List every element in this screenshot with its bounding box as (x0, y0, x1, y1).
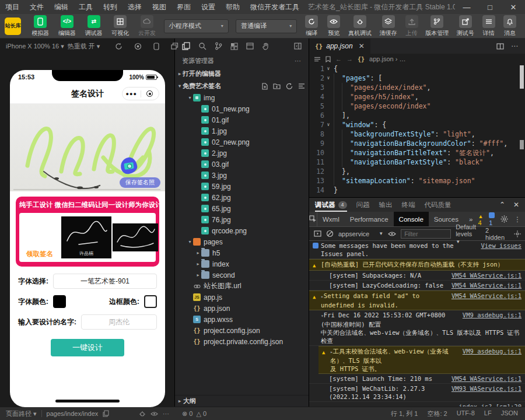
close-tab-icon[interactable]: ✕ (359, 42, 365, 50)
collapse-panel-icon[interactable]: ⌃ (499, 201, 505, 209)
source-link[interactable]: VM9 asdebug.js:1 (463, 347, 522, 355)
font-select-input[interactable] (53, 274, 157, 289)
console-row-warn[interactable]: ▲VM54 WAService.js:1▸Setting data field … (309, 290, 525, 310)
devtools-menu-icon[interactable]: ⋮ (514, 215, 521, 223)
console-filter-input[interactable] (401, 229, 451, 239)
console-row-warn[interactable]: ▲[自动热重载] 已开启代码文件保存后自动热重载（不支持 json） (309, 259, 525, 271)
tab-terminal[interactable]: 终端 (402, 201, 415, 209)
menu-选择[interactable]: 选择 (123, 2, 147, 12)
breadcrumb[interactable]: app.json › … (369, 55, 405, 62)
error-count[interactable]: ⊗ 0 (182, 410, 192, 418)
console-log[interactable]: View issuesSome messages have been moved… (309, 241, 525, 407)
menu-微信开发者工具[interactable]: 微信开发者工具 (245, 2, 304, 12)
new-file-icon[interactable] (261, 83, 268, 90)
tree-item-59.jpg[interactable]: 59.jpg (175, 181, 309, 192)
page-path-select[interactable]: 页面路径 ▾ (6, 410, 37, 418)
console-row-sys[interactable]: VM93 WAService.js:1[system] WeChatLib: 2… (309, 384, 525, 402)
devtools-tab-console[interactable]: Console (394, 212, 429, 226)
device-select[interactable]: iPhone X 100% 16 ▾ (6, 43, 64, 50)
menu-文件[interactable]: 文件 (24, 2, 49, 12)
sim-multiwindow-icon[interactable] (171, 43, 178, 50)
save-signature-button[interactable]: 保存签名照 (120, 177, 160, 188)
source-link[interactable]: VM93 WAService.js:1 (452, 384, 522, 393)
menu-工具[interactable]: 工具 (74, 2, 98, 12)
menu-编辑[interactable]: 编辑 (49, 2, 74, 12)
preview-button[interactable]: 预览 (323, 15, 344, 37)
tree-item-03.gif[interactable]: 03.gif (175, 159, 309, 170)
exit-miniprogram-icon[interactable] (141, 90, 159, 97)
console-sidebar-icon[interactable] (314, 230, 321, 237)
tree-item-站长图库.url[interactable]: 站长图库.url (175, 281, 309, 292)
console-row-info[interactable]: View issuesSome messages have been moved… (309, 241, 525, 259)
source-control-icon[interactable] (215, 42, 222, 50)
tree-item-pages[interactable]: ▾pages (175, 236, 309, 247)
source-link[interactable]: VM54 WAService.js:1 (452, 374, 522, 383)
fold-icon[interactable]: ∨ (324, 120, 332, 130)
tree-item-3.jpg[interactable]: 3.jpg (175, 170, 309, 181)
tree-item-01_new.png[interactable]: 01_new.png (175, 103, 309, 114)
collapse-folders-icon[interactable] (298, 83, 305, 89)
expand-icon[interactable]: ▾ (321, 312, 324, 318)
tree-item-app.wxss[interactable]: Sapp.wxss (175, 314, 309, 325)
tree-item-65.jpg[interactable]: 65.jpg (175, 203, 309, 214)
indent-setting[interactable]: 空格: 2 (427, 410, 447, 418)
menu-转到[interactable]: 转到 (98, 2, 123, 12)
expand-icon[interactable]: ▸ (330, 348, 333, 355)
inspect-element-icon[interactable] (309, 212, 317, 226)
maximize-button[interactable]: □ (478, 0, 502, 14)
hand-icon[interactable] (262, 43, 270, 50)
source-link[interactable]: View issues (481, 242, 522, 250)
compile-mode-select[interactable]: 普通编译▾ (236, 19, 297, 33)
expand-icon[interactable]: ▸ (321, 293, 324, 299)
refresh-explorer-icon[interactable] (286, 83, 293, 90)
border-color-swatch[interactable] (144, 295, 157, 308)
debugger-button[interactable]: ⇄ 调试器 (81, 15, 107, 37)
outline-toggle-icon[interactable] (314, 57, 321, 62)
copy-path-icon[interactable] (103, 410, 109, 417)
tab-debugger[interactable]: 调试器 4 (315, 198, 347, 212)
sb-bug-icon[interactable] (139, 410, 146, 417)
project-section[interactable]: ▾ 免费艺术签名 (175, 80, 309, 92)
details-button[interactable]: 详情 (479, 15, 499, 37)
encoding[interactable]: UTF-8 (457, 410, 475, 418)
sim-refresh-icon[interactable] (115, 43, 123, 50)
source-link[interactable]: index.js? [sm]:20 (459, 402, 522, 407)
tree-item-2.jpg[interactable]: 2.jpg (175, 148, 309, 159)
source-link[interactable]: VM54 WAService.js:1 (452, 271, 522, 279)
console-settings-icon[interactable] (514, 230, 521, 237)
promo-banner[interactable]: 纯手工设计 微信扫二维码让同一设计师为你设计 许品楠 领取签名 (16, 197, 159, 267)
get-signature-link[interactable]: 领取签名 (26, 250, 53, 258)
device-debug-button[interactable]: 真机调试 (345, 15, 374, 37)
explorer-more-icon[interactable]: ⋯ (295, 57, 302, 65)
tree-item-app.json[interactable]: {}app.json (175, 303, 309, 314)
tree-item-qrcode.png[interactable]: qrcode.png (175, 225, 309, 236)
sim-record-icon[interactable] (134, 43, 142, 50)
tree-item-second[interactable]: ▸second (175, 270, 309, 281)
tree-item-02_new.png[interactable]: 02_new.png (175, 136, 309, 148)
design-button[interactable]: 一键设计 (51, 339, 124, 356)
messages-button[interactable]: 消息 (500, 15, 520, 37)
context-select[interactable]: appservice▼ (338, 230, 383, 237)
files-icon[interactable] (182, 42, 190, 50)
warning-count-status[interactable]: △ 0 (196, 410, 206, 418)
close-button[interactable]: ✕ (502, 0, 525, 14)
outline-section[interactable]: ▸ 大纲 (175, 395, 309, 407)
menu-帮助[interactable]: 帮助 (220, 2, 245, 12)
tree-item-app.js[interactable]: JSapp.js (175, 292, 309, 303)
tree-item-img[interactable]: ▾img (175, 92, 309, 103)
console-row-sys[interactable]: VM54 WAService.js:1[system] Launch Time:… (309, 374, 525, 384)
language-mode[interactable]: JSON (501, 410, 518, 418)
window-icon[interactable] (246, 43, 254, 50)
source-link[interactable]: VM9 asdebug.js:1 (463, 311, 522, 319)
sb-more-icon[interactable]: ⋯ (163, 410, 169, 418)
tab-problems[interactable]: 问题 (356, 201, 370, 209)
fold-icon[interactable]: ∨ (324, 74, 332, 83)
visualize-button[interactable]: 可视化 (108, 15, 134, 37)
console-row-sys[interactable]: VM54 WAService.js:1[system] LazyCodeLoad… (309, 281, 525, 290)
more-menu-icon[interactable]: ●●● (123, 91, 141, 97)
sb-eye-icon[interactable] (150, 411, 158, 416)
tree-item-project.config.json[interactable]: {}project.config.json (175, 325, 309, 336)
console-row-linkline[interactable]: index.js? [sm]:20 (309, 402, 525, 407)
menu-界面[interactable]: 界面 (172, 2, 196, 12)
console-row-warn[interactable]: ▲VM9 asdebug.js:1▸工具未校验合法域名、web-view（业务域… (318, 346, 525, 374)
